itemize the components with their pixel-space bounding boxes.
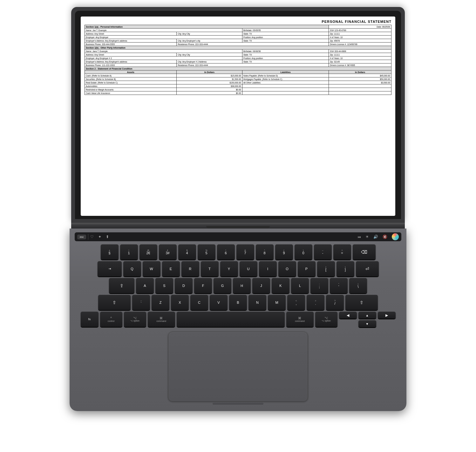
zxcv-row: ⇧ ~` Z X C V B N M <, >. ?/ xyxy=(75,295,401,310)
key-backtick[interactable]: ± § xyxy=(101,244,119,260)
key-u[interactable]: U xyxy=(240,261,257,276)
key-b[interactable]: B xyxy=(229,295,247,310)
key-7[interactable]: &7 xyxy=(236,244,254,260)
key-rshift[interactable]: ⇧ xyxy=(345,295,378,310)
key-9[interactable]: (9 xyxy=(275,244,293,260)
key-v[interactable]: V xyxy=(210,295,228,310)
bottom-case: esc ♡ ✦ ⬆ ⏮ ☀ 🔊 🔇 ± xyxy=(70,229,406,411)
key-lshift[interactable]: ⇧ xyxy=(98,295,131,310)
key-3[interactable]: £3# xyxy=(159,244,177,260)
media-back-icon[interactable]: ⏮ xyxy=(358,235,361,239)
key-z[interactable]: Z xyxy=(152,295,169,310)
key-arrow-right[interactable]: ▶ xyxy=(378,312,396,319)
key-space[interactable] xyxy=(177,312,285,327)
business-phone2-field: Business Phone: 111-222-3333 xyxy=(85,63,177,67)
employer-city-field: City: Any Employer's city xyxy=(177,39,242,43)
key-r[interactable]: R xyxy=(181,261,199,276)
key-e[interactable]: E xyxy=(162,261,180,276)
key-q[interactable]: Q xyxy=(123,261,141,276)
key-right-command[interactable]: ⌘ command xyxy=(286,312,314,327)
section1b-header: Section 1(b) - Other Party Information xyxy=(85,46,391,50)
key-5[interactable]: %5 xyxy=(198,244,215,260)
number-row: ± § !1 @2€ £3# $4 %5 xyxy=(75,244,401,260)
key-8[interactable]: *8 xyxy=(256,244,274,260)
key-tab[interactable]: ⇥ xyxy=(98,261,122,276)
key-rbracket[interactable]: }] xyxy=(337,261,354,276)
key-t[interactable]: T xyxy=(201,261,219,276)
key-i[interactable]: I xyxy=(259,261,277,276)
mute-icon[interactable]: 🔇 xyxy=(383,235,387,239)
key-d[interactable]: D xyxy=(175,278,193,293)
brightness-icon[interactable]: ☀ xyxy=(365,235,369,239)
drivers-license-field: Drivers License #: 123456789 xyxy=(329,43,391,46)
section2-header: Section 2 - Statement of Financial Condi… xyxy=(85,67,391,70)
bottom-notch-bar xyxy=(213,403,263,405)
key-c[interactable]: C xyxy=(190,295,208,310)
key-arrow-down[interactable]: ▼ xyxy=(358,320,376,327)
key-period[interactable]: >. xyxy=(307,295,324,310)
heart-icon[interactable]: ♡ xyxy=(90,235,94,239)
key-k[interactable]: K xyxy=(272,278,289,293)
key-2[interactable]: @2€ xyxy=(139,244,157,260)
trackpad[interactable] xyxy=(168,332,308,402)
city2-field: City: Any City xyxy=(177,53,242,56)
mortgages-amount: $50,000.00 xyxy=(329,77,391,81)
esc-label: esc xyxy=(80,236,84,238)
modifier-row: fn ^ control ⌥ ⌥ option ⌘ xyxy=(75,312,401,327)
key-arrow-left[interactable]: ◀ xyxy=(339,312,357,319)
key-x[interactable]: X xyxy=(171,295,189,310)
key-right-option[interactable]: ⌥ ⌥ option xyxy=(315,312,337,327)
key-l[interactable]: L xyxy=(291,278,309,293)
key-4[interactable]: $4 xyxy=(178,244,196,260)
key-enter[interactable]: ⏎ xyxy=(356,261,379,276)
name2-field: Name: Jane T. Example xyxy=(85,50,242,53)
key-lbracket[interactable]: {[ xyxy=(317,261,335,276)
key-6[interactable]: ^6 xyxy=(217,244,235,260)
key-quote[interactable]: "' xyxy=(330,278,348,293)
key-fn[interactable]: fn xyxy=(81,312,99,327)
key-capslock[interactable]: ⇪ xyxy=(109,278,134,293)
key-s[interactable]: S xyxy=(155,278,173,293)
employer-zip2-field: Zip: 32145 xyxy=(329,60,391,63)
employer-address2-field: Employer's Address: Any Employer's addre… xyxy=(85,60,177,63)
key-n[interactable]: N xyxy=(248,295,266,310)
key-f[interactable]: F xyxy=(194,278,212,293)
siri-icon[interactable] xyxy=(392,233,399,240)
address-field: Address: Any Street xyxy=(85,32,177,36)
key-left-option[interactable]: ⌥ ⌥ option xyxy=(124,312,146,327)
key-p[interactable]: P xyxy=(298,261,316,276)
magic-icon[interactable]: ✦ xyxy=(98,235,101,239)
key-comma[interactable]: <, xyxy=(287,295,305,310)
assets-col-header: Assets xyxy=(85,70,177,74)
key-0[interactable]: )0 xyxy=(295,244,312,260)
volume-icon[interactable]: 🔊 xyxy=(373,235,378,239)
key-o[interactable]: O xyxy=(278,261,296,276)
employer-field: Employer: Any Employer xyxy=(85,36,242,39)
key-control[interactable]: ^ control xyxy=(100,312,122,327)
key-left-command[interactable]: ⌘ command xyxy=(148,312,175,327)
restricted-amount: $0.00 xyxy=(177,88,242,91)
key-semicolon[interactable]: :; xyxy=(310,278,328,293)
share-icon[interactable]: ⬆ xyxy=(106,235,109,239)
key-m[interactable]: M xyxy=(268,295,286,310)
key-w[interactable]: W xyxy=(143,261,160,276)
key-minus[interactable]: –- xyxy=(314,244,332,260)
key-a[interactable]: A xyxy=(136,278,154,293)
key-slash[interactable]: ?/ xyxy=(326,295,344,310)
cash-life-amount: $0.00 xyxy=(177,91,242,95)
empty-liab3-amt xyxy=(329,91,391,95)
key-1[interactable]: !1 xyxy=(120,244,138,260)
position-field: Position: Any position xyxy=(242,36,329,39)
employer2-field: Employer: Any Employer # 2 xyxy=(85,56,242,60)
key-g[interactable]: G xyxy=(214,278,231,293)
key-y[interactable]: Y xyxy=(220,261,238,276)
key-j[interactable]: J xyxy=(252,278,270,293)
state-field: State: TX xyxy=(242,32,329,36)
key-backspace[interactable]: ⌫ xyxy=(353,244,376,260)
esc-key[interactable]: esc xyxy=(77,235,86,239)
key-h[interactable]: H xyxy=(233,278,251,293)
key-backslash[interactable]: |\ xyxy=(349,278,367,293)
key-equals[interactable]: += xyxy=(333,244,351,260)
key-arrow-up[interactable]: ▲ xyxy=(358,312,376,319)
key-tilde[interactable]: ~` xyxy=(132,295,150,310)
